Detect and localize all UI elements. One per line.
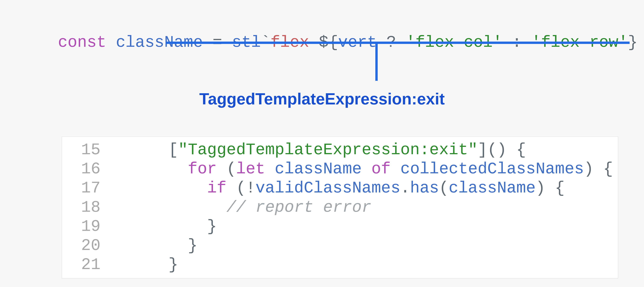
line-content: } — [110, 255, 618, 274]
token — [391, 160, 400, 178]
line-content: } — [110, 217, 618, 236]
code-line: 19 } — [62, 217, 618, 236]
line-content: if (!validClassNames.has(className) { — [110, 179, 618, 198]
line-number: 16 — [62, 160, 110, 179]
code-line: 21 } — [62, 255, 618, 274]
line-content: } — [110, 236, 618, 255]
token: validClassNames — [256, 179, 400, 197]
line-content: ["TaggedTemplateExpression:exit"]() { — [110, 140, 618, 160]
token: } — [168, 256, 178, 274]
callout-underline — [166, 42, 630, 44]
line-number: 15 — [62, 140, 110, 160]
token — [265, 160, 275, 178]
token: ( — [226, 179, 246, 197]
token: className — [275, 160, 362, 178]
token — [362, 160, 372, 178]
token: has — [410, 179, 439, 197]
line-number: 18 — [62, 198, 110, 217]
token: } — [188, 236, 198, 255]
token: ! — [246, 179, 256, 197]
token: "TaggedTemplateExpression:exit" — [178, 141, 478, 159]
token: let — [236, 160, 265, 178]
token: } — [207, 218, 217, 236]
code-line: 16 for (let className of collectedClassN… — [62, 160, 618, 179]
token: className — [448, 179, 536, 197]
token: ) { — [584, 160, 613, 178]
token: of — [371, 160, 390, 178]
code-block: 15 ["TaggedTemplateExpression:exit"]() {… — [62, 137, 618, 278]
line-number: 19 — [62, 217, 110, 236]
keyword-const: const — [58, 33, 116, 52]
token: [ — [168, 141, 178, 159]
callout-label: TaggedTemplateExpression:exit — [0, 90, 644, 108]
template-text-tail: text-red-200 — [638, 33, 644, 52]
token: ) { — [536, 179, 565, 197]
slide: const className = stl`flex ${vert ? 'fle… — [0, 0, 644, 287]
line-content: // report error — [110, 198, 618, 217]
token: ( — [217, 160, 236, 178]
token: if — [207, 179, 226, 197]
code-line: 17 if (!validClassNames.has(className) { — [62, 179, 618, 198]
code-line: 20 } — [62, 236, 618, 255]
line-number: 21 — [62, 255, 110, 274]
line-content: for (let className of collectedClassName… — [110, 160, 618, 179]
token: ( — [439, 179, 449, 197]
line-number: 17 — [62, 179, 110, 198]
token: collectedClassNames — [400, 160, 584, 178]
line-number: 20 — [62, 236, 110, 255]
token: . — [400, 179, 410, 197]
token: ]() { — [478, 141, 526, 159]
code-line: 18 // report error — [62, 198, 618, 217]
callout-stem — [375, 44, 378, 81]
token: for — [188, 160, 217, 178]
token: // report error — [226, 198, 371, 216]
code-line: 15 ["TaggedTemplateExpression:exit"]() { — [62, 140, 618, 160]
